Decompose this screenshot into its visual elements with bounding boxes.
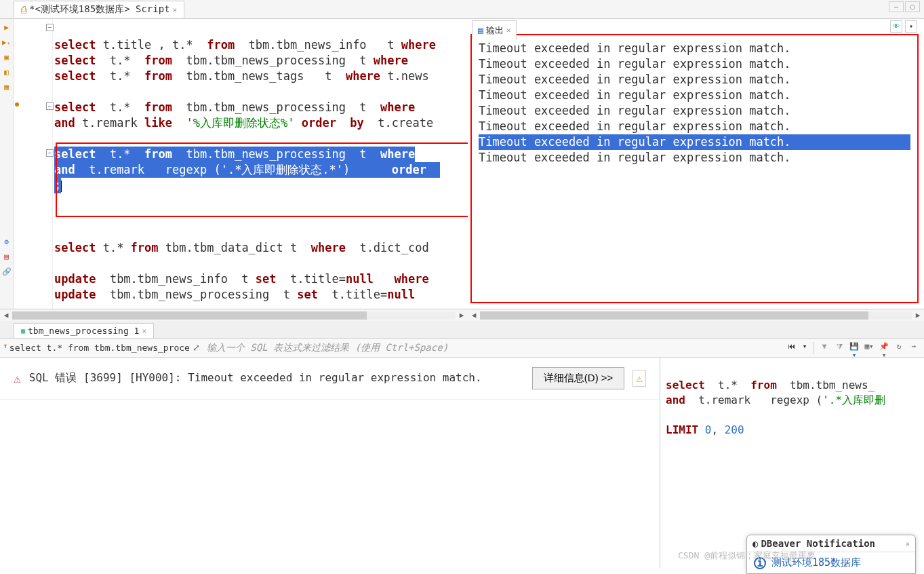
fold-icon[interactable]: − (46, 24, 54, 31)
scroll-left-icon[interactable]: ◀ (0, 311, 12, 320)
output-line: Timeout exceeded in regular expression m… (479, 56, 910, 72)
output-icon: ▤ (478, 22, 483, 38)
editor-gutter: − − − (14, 19, 53, 309)
output-line: Timeout exceeded in regular expression m… (479, 88, 910, 103)
scroll-left-icon[interactable]: ◀ (468, 311, 480, 320)
execute-icon[interactable]: ▣ (1, 53, 12, 64)
notification-popup: ◐ DBeaver Notification ✕ i 测试环境185数据库 (746, 535, 916, 574)
settings-icon[interactable]: ⚙ (1, 237, 12, 248)
editor-hscroll[interactable]: ◀ ▶ (0, 309, 468, 321)
error-icon: ⚠ (14, 371, 21, 385)
run-script-icon[interactable]: ▶₊ (1, 38, 12, 49)
output-lines[interactable]: Timeout exceeded in regular expression m… (472, 35, 917, 171)
results-toolbar: ▼ ⧩ 💾▾ ▦▾ 📌▾ ↻ → (813, 342, 924, 354)
output-hscroll[interactable]: ◀ ▶ (468, 309, 924, 321)
details-button[interactable]: 详细信息(D) >> (532, 367, 625, 389)
notification-title: DBeaver Notification (761, 538, 875, 549)
dbeaver-icon: ◐ (752, 538, 758, 549)
run-icon[interactable]: ▶ (1, 23, 12, 34)
output-line: Timeout exceeded in regular expression m… (479, 41, 910, 56)
refresh-icon[interactable]: ↻ (893, 342, 905, 354)
dropdown-icon[interactable]: ▾ (905, 20, 917, 33)
output-line: Timeout exceeded in regular expression m… (479, 103, 910, 119)
close-icon[interactable]: ✕ (173, 5, 178, 14)
filter-prefix-icon: ᵀ (3, 343, 8, 353)
results-tab[interactable]: ▦ tbm_news_processing 1 ✕ (14, 323, 154, 338)
output-tab[interactable]: ▤ 输出 ✕ (472, 20, 517, 39)
output-line: Timeout exceeded in regular expression m… (479, 72, 910, 88)
script-icon: ⎙ (21, 4, 26, 15)
editor-tab-bar: ⎙ *<测试环境185数据库> Script ✕ (0, 0, 924, 19)
info-icon: i (754, 557, 766, 569)
editor-tab-script[interactable]: ⎙ *<测试环境185数据库> Script ✕ (14, 1, 184, 18)
main-split: ▶ ▶₊ ▣ ◧ ▦ ⚙ ▤ 🔗 − − − select t.title , … (0, 19, 924, 309)
scroll-right-icon[interactable]: ▶ (456, 311, 468, 320)
grid-icon[interactable]: ▦▾ (863, 342, 875, 354)
filter-input[interactable]: 输入一个 SQL 表达式来过滤结果 (使用 Ctrl+Space) (203, 341, 785, 356)
explain-icon[interactable]: ◧ (1, 68, 12, 79)
scroll-thumb[interactable] (12, 311, 367, 320)
notification-header: ◐ DBeaver Notification ✕ (747, 535, 915, 552)
close-icon[interactable]: ✕ (905, 539, 910, 548)
notification-message: 测试环境185数据库 (771, 556, 861, 569)
error-area: ⚠ SQL 错误 [3699] [HY000]: Timeout exceede… (0, 358, 660, 568)
dropdown-icon[interactable]: ▾ (799, 342, 811, 354)
code-content[interactable]: select t.title , t.* from tbm.tbm_news_i… (54, 19, 468, 309)
expand-icon[interactable]: ⤢ (190, 343, 203, 353)
results-tab-bar: ▦ tbm_news_processing 1 ✕ (0, 321, 924, 339)
fold-icon[interactable]: − (46, 102, 54, 110)
first-icon[interactable]: ⏮ (785, 342, 797, 354)
scroll-right-icon[interactable]: ▶ (912, 311, 924, 320)
editor-tab-title: *<测试环境185数据库> Script (29, 3, 170, 16)
results-tab-title: tbm_news_processing 1 (28, 326, 139, 336)
filter-sql-text: select t.* from tbm.tbm_news_proce (9, 343, 190, 353)
pin-icon[interactable]: 📌▾ (878, 342, 890, 354)
output-line: Timeout exceeded in regular expression m… (479, 119, 910, 134)
minimize-icon[interactable]: — (889, 1, 904, 12)
link-icon[interactable]: 🔗 (1, 267, 12, 278)
scroll-thumb[interactable] (480, 311, 868, 320)
filter-icon[interactable]: ▼ (818, 342, 830, 354)
output-panel: ▤ 输出 ✕ 👁 ▾ Timeout exceeded in regular e… (470, 34, 919, 303)
filter-nav: ⏮ ▾ (785, 342, 813, 354)
marker-icon (15, 102, 19, 107)
table-icon: ▦ (21, 327, 25, 334)
output-line: Timeout exceeded in regular expression m… (479, 150, 910, 166)
fold-icon[interactable]: − (46, 149, 54, 157)
maximize-icon[interactable]: ▢ (905, 1, 920, 12)
save-icon[interactable]: 💾▾ (848, 342, 860, 354)
output-line-selected[interactable]: Timeout exceeded in regular expression m… (479, 134, 910, 150)
close-icon[interactable]: ✕ (142, 326, 146, 335)
file-icon[interactable]: ▤ (1, 252, 12, 263)
filter-bar: ᵀ select t.* from tbm.tbm_news_proce ⤢ 输… (0, 339, 924, 358)
window-controls: — ▢ (885, 0, 924, 14)
output-tab-title: 输出 (486, 22, 504, 38)
error-message: SQL 错误 [3699] [HY000]: Timeout exceeded … (29, 371, 524, 385)
eye-icon[interactable]: 👁 (890, 20, 902, 33)
forward-icon[interactable]: → (908, 342, 920, 354)
stop-icon[interactable]: ▦ (1, 83, 12, 94)
sql-editor[interactable]: − − − select t.title , t.* from tbm.tbm_… (14, 19, 468, 309)
selected-sql: select t.* from tbm.tbm_news_processing … (54, 147, 415, 162)
output-right-icons: 👁 ▾ (890, 20, 917, 33)
close-icon[interactable]: ✕ (506, 22, 511, 38)
filter-sql-preview[interactable]: ᵀ select t.* from tbm.tbm_news_proce (0, 343, 190, 353)
text-cursor (61, 180, 62, 192)
editor-left-toolbar: ▶ ▶₊ ▣ ◧ ▦ ⚙ ▤ 🔗 (0, 19, 14, 309)
error-row: ⚠ SQL 错误 [3699] [HY000]: Timeout exceede… (0, 358, 660, 400)
notification-body[interactable]: i 测试环境185数据库 (747, 552, 915, 573)
warning-icon[interactable]: ⚠ (632, 370, 646, 387)
funnel-icon[interactable]: ⧩ (833, 342, 845, 354)
